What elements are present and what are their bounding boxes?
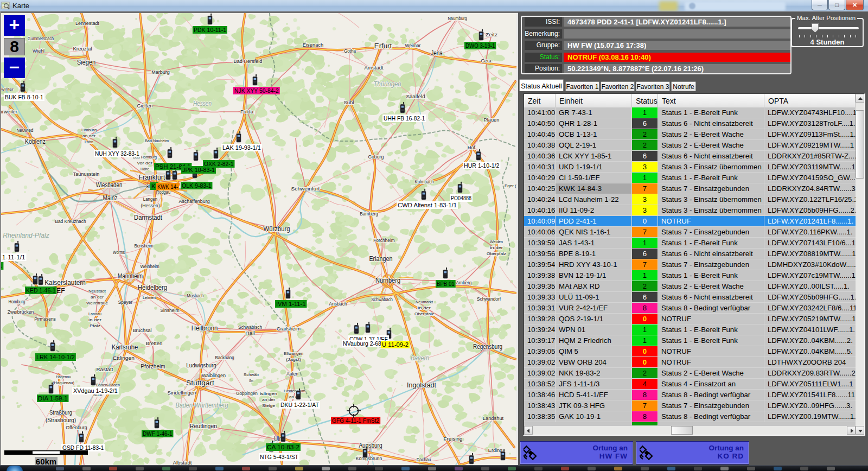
svg-text:Göppingen: Göppingen <box>236 391 258 396</box>
svg-text:Kaiserslautern: Kaiserslautern <box>44 279 86 287</box>
svg-text:Bruchsal: Bruchsal <box>132 328 151 333</box>
svg-text:KWK 14-: KWK 14- <box>157 183 178 190</box>
svg-text:Lahn: Lahn <box>85 139 93 144</box>
svg-text:Coburg: Coburg <box>368 154 384 160</box>
svg-text:Neustadt: Neustadt <box>88 289 106 294</box>
svg-text:Landau: Landau <box>88 311 101 316</box>
svg-text:Bad Hersfeld: Bad Hersfeld <box>234 59 263 64</box>
svg-text:Heidenheim: Heidenheim <box>284 389 305 393</box>
svg-text:Marburg: Marburg <box>151 69 170 75</box>
svg-text:gswinter: gswinter <box>1 87 14 92</box>
svg-text:Höhe: Höhe <box>141 167 149 171</box>
svg-text:NVauburg 2-68: NVauburg 2-68 <box>343 340 381 347</box>
svg-text:Neuwied: Neuwied <box>17 128 34 133</box>
svg-text:Pirmasens: Pirmasens <box>34 316 56 322</box>
svg-text:Hall: Hall <box>245 330 255 336</box>
svg-text:CA 10-83-2: CA 10-83-2 <box>267 443 299 451</box>
svg-text:Hagenau: Hagenau <box>56 374 71 379</box>
svg-text:Mosbach: Mosbach <box>187 293 204 298</box>
svg-text:Wiesbaden: Wiesbaden <box>96 181 123 189</box>
svg-text:Lennestadt: Lennestadt <box>75 21 100 26</box>
svg-text:Waiblingen: Waiblingen <box>202 373 226 378</box>
svg-text:Ingolstadt: Ingolstadt <box>407 381 437 389</box>
svg-text:(Hessen): (Hessen) <box>141 203 159 208</box>
svg-text:Würzburg: Würzburg <box>264 225 290 233</box>
svg-text:Bayern: Bayern <box>411 354 429 362</box>
svg-text:Bad Nauheim: Bad Nauheim <box>145 138 169 143</box>
svg-text:Kulmbach: Kulmbach <box>414 179 433 184</box>
svg-text:an der: an der <box>82 133 95 138</box>
svg-text:Worms: Worms <box>113 250 125 255</box>
svg-text:DKÜ 1-22-1/AT: DKÜ 1-22-1/AT <box>280 401 319 409</box>
svg-text:in der: in der <box>418 305 431 310</box>
svg-text:Freising: Freising <box>443 436 462 442</box>
svg-text:XVdgau 1-19-2/1: XVdgau 1-19-2/1 <box>73 387 118 394</box>
svg-text:Ellwangen: Ellwangen <box>284 351 303 356</box>
svg-text:Ahrweiler: Ahrweiler <box>1 109 17 114</box>
svg-text:BPB 01: BPB 01 <box>437 280 455 288</box>
svg-text:Saalfeld: Saalfeld <box>406 94 425 99</box>
svg-text:Koblenz: Koblenz <box>25 138 46 145</box>
svg-text:NTG 5-43-1/ST: NTG 5-43-1/ST <box>260 453 298 461</box>
svg-text:Limburg: Limburg <box>81 128 97 132</box>
svg-text:(Strasbourg): (Strasbourg) <box>46 417 76 423</box>
svg-text:Crailsheim: Crailsheim <box>277 326 301 332</box>
svg-text:Aalen: Aalen <box>286 371 298 377</box>
svg-text:Darmstadt: Darmstadt <box>134 213 162 221</box>
svg-text:Erding: Erding <box>488 448 503 453</box>
svg-text:Plauen: Plauen <box>484 117 500 123</box>
svg-text:CWD Altenst 1-83-1/1: CWD Altenst 1-83-1/1 <box>398 201 457 209</box>
svg-text:Ansbach: Ansbach <box>329 301 347 307</box>
svg-text:Karlsruhe: Karlsruhe <box>112 343 138 351</box>
svg-text:Stuttgart: Stuttgart <box>186 379 214 387</box>
svg-text:Heilbronn: Heilbronn <box>192 324 218 332</box>
svg-text:HUR 1-10-1/2: HUR 1-10-1/2 <box>464 162 499 169</box>
svg-text:Gießen: Gießen <box>137 103 153 109</box>
svg-text:Schwandorf: Schwandorf <box>477 296 501 302</box>
svg-text:in der: in der <box>490 245 503 250</box>
svg-text:PDK 10-11-1: PDK 10-11-1 <box>194 26 226 34</box>
svg-text:Heidelberg: Heidelberg <box>138 284 167 291</box>
svg-text:Straßburg: Straßburg <box>49 410 72 416</box>
svg-text:DWO 3-19-1: DWO 3-19-1 <box>465 42 495 49</box>
svg-text:Pfalz: Pfalz <box>90 323 100 328</box>
svg-text:OLK 9-83-1: OLK 9-83-1 <box>182 182 212 189</box>
svg-text:Bensheim: Bensheim <box>134 243 153 249</box>
svg-text:Schwäbisch: Schwäbisch <box>238 324 262 330</box>
svg-text:Weiden: Weiden <box>490 239 503 244</box>
svg-text:Pforzheim: Pforzheim <box>141 363 165 370</box>
svg-text:islingen: islingen <box>260 391 277 396</box>
svg-text:Gm: Gm <box>249 378 253 383</box>
svg-text:Schweinfurt: Schweinfurt <box>291 186 320 192</box>
svg-text:Schwabach: Schwabach <box>371 297 393 302</box>
svg-text:Langen: Langen <box>143 196 157 202</box>
svg-text:N 1-11-1/1: N 1-11-1/1 <box>1 253 25 261</box>
svg-text:Mainz: Mainz <box>103 194 118 202</box>
svg-text:Bamberg: Bamberg <box>360 211 378 217</box>
svg-text:Backnang: Backnang <box>215 355 234 360</box>
svg-text:DWF 1-46-1: DWF 1-46-1 <box>143 430 173 437</box>
svg-text:Gummersbach: Gummersbach <box>28 36 54 41</box>
svg-text:Fulda: Fulda <box>240 109 254 114</box>
svg-text:Kreuztal: Kreuztal <box>73 46 92 52</box>
svg-text:Aschaffenburg: Aschaffenburg <box>178 199 209 204</box>
svg-text:LRK 14-10-1/2: LRK 14-10-1/2 <box>36 353 75 361</box>
svg-text:Augsburg: Augsburg <box>359 442 382 449</box>
svg-text:Offenburg: Offenburg <box>66 425 87 430</box>
svg-text:an der: an der <box>262 397 275 402</box>
svg-text:Suhl: Suhl <box>343 99 354 105</box>
svg-text:Dachau: Dachau <box>417 457 431 462</box>
svg-text:Erlangen: Erlangen <box>369 255 392 263</box>
svg-text:EF: EF <box>56 287 65 295</box>
svg-text:NUH XYY 32-83-1: NUH XYY 32-83-1 <box>95 150 139 157</box>
svg-text:Schwäb: Schwäb <box>244 372 259 377</box>
svg-text:Thüringen: Thüringen <box>373 80 401 88</box>
svg-text:60km: 60km <box>36 457 56 465</box>
svg-text:Reutlingen: Reutlingen <box>190 423 217 429</box>
svg-text:PO04888: PO04888 <box>451 194 471 202</box>
svg-text:JPK 10-83-1: JPK 10-83-1 <box>182 166 215 174</box>
svg-text:Rheinland-Pfalz: Rheinland-Pfalz <box>3 231 49 239</box>
svg-text:Bretten: Bretten <box>146 341 163 346</box>
svg-text:Weimar: Weimar <box>405 42 422 48</box>
svg-text:Weinstraße: Weinstraße <box>86 301 108 305</box>
